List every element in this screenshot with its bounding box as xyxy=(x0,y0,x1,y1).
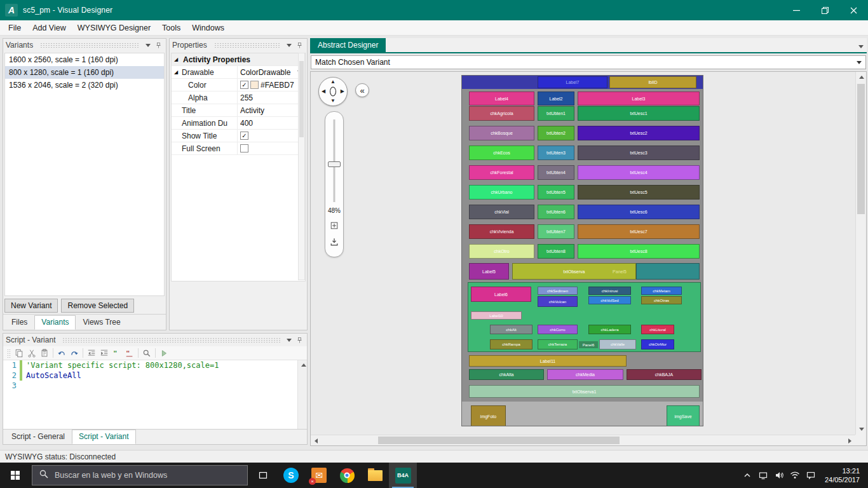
tab-abstract-designer[interactable]: Abstract Designer xyxy=(310,38,386,52)
panel-menu-arrow-icon[interactable] xyxy=(284,40,294,50)
taskbar-app-chrome[interactable] xyxy=(333,463,361,488)
speaker-icon[interactable] xyxy=(771,463,787,488)
property-value[interactable]: ✓ xyxy=(238,130,305,142)
taskbar-app-outlook[interactable]: ✉× xyxy=(305,463,333,488)
variant-list-item[interactable]: 800 x 1280, scale = 1 (160 dpi) xyxy=(5,66,164,79)
layout-view-Label2[interactable]: Label2 xyxy=(538,92,574,105)
layout-view-chkIntrusiva[interactable]: chkIntrusi xyxy=(588,287,631,295)
layout-view-Label4[interactable]: Label4 xyxy=(469,92,534,105)
layout-view-chkVolcan[interactable]: chkVolcan xyxy=(538,296,578,307)
cut-icon[interactable] xyxy=(25,347,38,360)
color-swatch[interactable] xyxy=(250,81,259,89)
layout-view-imgFoto[interactable]: imgFoto xyxy=(471,405,506,426)
layout-view-chkLadera[interactable]: chkLadera xyxy=(588,325,631,334)
tab-script-variant[interactable]: Script - Variant xyxy=(72,430,135,444)
maximize-button[interactable] xyxy=(811,0,839,20)
layout-view-Panel6[interactable]: Panel6 xyxy=(579,341,598,348)
zoom-slider-track[interactable] xyxy=(334,119,336,202)
layout-view-chkMedia[interactable]: chkMedia xyxy=(547,369,623,380)
redo-icon[interactable] xyxy=(68,347,81,360)
menu-file[interactable]: File xyxy=(3,21,27,35)
scrollbar-thumb[interactable] xyxy=(299,61,304,137)
pan-up-icon[interactable]: ▲ xyxy=(330,79,336,85)
drag-grip[interactable] xyxy=(62,337,281,343)
layout-view-chkValle[interactable]: chkValle xyxy=(599,339,636,349)
scroll-up-arrow[interactable] xyxy=(298,360,307,370)
layout-view-txtUbten7[interactable]: txtUbten7 xyxy=(538,224,574,239)
play-icon[interactable] xyxy=(158,347,170,360)
tab-variants[interactable]: Variants xyxy=(34,315,76,330)
zoom-slider-thumb[interactable] xyxy=(328,161,341,167)
taskbar-search-box[interactable] xyxy=(32,465,248,485)
taskbar-app-skype[interactable]: S xyxy=(277,463,305,488)
canvas-horizontal-scrollbar[interactable] xyxy=(311,435,855,445)
remove-selected-button[interactable]: Remove Selected xyxy=(61,299,134,313)
pan-right-icon[interactable]: ▶ xyxy=(341,89,344,94)
property-value[interactable]: Activity xyxy=(238,104,305,116)
menu-windows[interactable]: Windows xyxy=(186,21,230,35)
layout-view-txtUesc7[interactable]: txtUesc7 xyxy=(578,224,700,239)
indent-icon[interactable] xyxy=(98,347,111,360)
scrollbar-thumb[interactable] xyxy=(378,437,620,444)
scroll-down-arrow[interactable] xyxy=(856,424,867,435)
taskbar-app-b4a[interactable]: B4A xyxy=(389,463,417,488)
menu-wysiwyg-designer[interactable]: WYSIWYG Designer xyxy=(72,21,156,35)
minimize-button[interactable] xyxy=(782,0,811,20)
new-variant-button[interactable]: New Variant xyxy=(4,299,58,313)
property-value[interactable] xyxy=(238,142,305,154)
variant-list-item[interactable]: 1536 x 2046, scale = 2 (320 dpi) xyxy=(5,79,164,92)
pan-compass-control[interactable]: ▲ ▼ ◀ ▶ xyxy=(318,77,348,106)
layout-view-chkSedimen[interactable]: chkSedimen xyxy=(538,287,578,295)
close-button[interactable] xyxy=(839,0,868,20)
pan-down-icon[interactable]: ▼ xyxy=(330,98,336,104)
layout-view-txtUbten1[interactable]: txtUbten1 xyxy=(538,106,574,121)
pan-center-icon[interactable] xyxy=(330,87,336,97)
layout-view-Label3[interactable]: Label3 xyxy=(578,92,700,105)
layout-view-chkAgricola[interactable]: chkAgricola xyxy=(469,106,534,121)
layout-view-txtUbten3[interactable]: txtUbten3 xyxy=(538,146,574,160)
collapse-toolbox-button[interactable]: « xyxy=(355,83,369,97)
collapse-expander-icon[interactable]: ◢ xyxy=(172,53,180,65)
property-checkbox[interactable]: ✓ xyxy=(240,132,248,140)
layout-view-chkOtro[interactable]: chkOtro xyxy=(469,244,534,259)
taskbar-app-explorer[interactable] xyxy=(361,463,389,488)
layout-view-chkEcos[interactable]: chkEcos xyxy=(469,146,534,160)
layout-view-chkCorro[interactable]: chkCorro xyxy=(538,325,578,334)
property-value[interactable]: 255 xyxy=(238,92,305,104)
layout-view-txtUbten2[interactable]: txtUbten2 xyxy=(538,126,574,140)
layout-view-txtUbten5[interactable]: txtUbten5 xyxy=(538,185,574,200)
layout-view-Label7[interactable]: Label7 xyxy=(538,76,607,88)
layout-view-chkAlt[interactable]: chkAlt xyxy=(490,325,532,334)
layout-view-txtUbten8[interactable]: txtUbten8 xyxy=(538,244,574,259)
tab-list-arrow-icon[interactable] xyxy=(855,41,867,52)
property-value[interactable]: ✓#FAEBD7 xyxy=(238,79,305,91)
panel-menu-arrow-icon[interactable] xyxy=(284,335,294,345)
layout-view-chkVolSed[interactable]: chkVolSed xyxy=(588,296,631,304)
tab-files[interactable]: Files xyxy=(4,315,34,330)
layout-view-chkForestal[interactable]: chkForestal xyxy=(469,165,534,180)
layout-view-chkVial[interactable]: chkVial xyxy=(469,205,534,219)
layout-view-chkBosque[interactable]: chkBosque xyxy=(469,126,534,140)
tab-views-tree[interactable]: Views Tree xyxy=(76,315,127,330)
layout-view-chkVivienda[interactable]: chkVivienda xyxy=(469,224,534,239)
layout-view-Label5[interactable]: Label5 xyxy=(469,263,509,280)
comment-icon[interactable]: '' xyxy=(111,347,123,360)
layout-view-imgSave[interactable]: imgSave xyxy=(667,405,700,426)
export-layout-button[interactable] xyxy=(329,236,340,248)
layout-view-chkOtrMor[interactable]: chkOtrMor xyxy=(641,339,674,349)
layout-view-txtUesc2[interactable]: txtUesc2 xyxy=(578,126,700,140)
message-icon[interactable] xyxy=(803,463,819,488)
drag-grip[interactable] xyxy=(214,43,281,48)
code-line[interactable]: 3 xyxy=(3,381,307,391)
layout-view-Label6[interactable]: Label6 xyxy=(471,287,531,302)
zoom-fit-button[interactable] xyxy=(329,220,340,231)
layout-view-chkOtras[interactable]: chkOtras xyxy=(641,296,682,304)
layout-view-txtUbten4[interactable]: txtUbten4 xyxy=(538,165,574,180)
wifi-icon[interactable] xyxy=(787,463,803,488)
script-editor[interactable]: 1'Variant specific script: 800x1280,scal… xyxy=(3,360,307,429)
pc-icon[interactable] xyxy=(756,463,771,488)
layout-view-Label10[interactable]: Label10 xyxy=(471,311,522,320)
layout-view-chkBAJA[interactable]: chkBAJA xyxy=(627,369,702,380)
code-line[interactable]: 2AutoScaleAll xyxy=(3,370,307,381)
outdent-icon[interactable] xyxy=(85,347,98,360)
